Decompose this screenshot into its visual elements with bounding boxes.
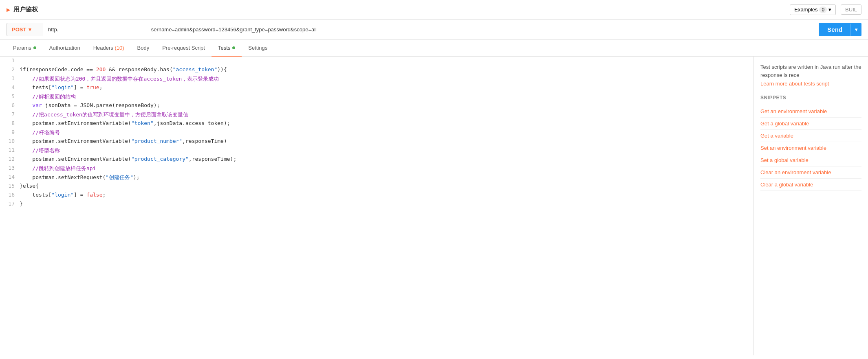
code-line-1: 1 bbox=[0, 57, 753, 66]
tab-headers-label: Headers (10) bbox=[93, 45, 124, 51]
snippet-get-env-var[interactable]: Get an environment variable bbox=[760, 105, 861, 118]
url-input[interactable] bbox=[43, 23, 819, 36]
tab-prerequest[interactable]: Pre-request Script bbox=[156, 40, 211, 57]
snippet-clear-global-var[interactable]: Clear a global variable bbox=[760, 179, 861, 191]
send-button[interactable]: Send ▾ bbox=[819, 23, 861, 36]
main-content: 1 2 if(responseCode.code == 200 && respo… bbox=[0, 57, 868, 355]
play-icon: ▶ bbox=[7, 7, 10, 13]
tabs-bar: Params Authorization Headers (10) Body P… bbox=[0, 40, 868, 57]
tab-authorization[interactable]: Authorization bbox=[43, 40, 87, 57]
chevron-down-icon: ▾ bbox=[828, 7, 831, 13]
code-line-2: 2 if(responseCode.code == 200 && respons… bbox=[0, 66, 753, 74]
snippet-clear-env-var[interactable]: Clear an environment variable bbox=[760, 166, 861, 179]
snippet-get-global-var[interactable]: Get a global variable bbox=[760, 118, 861, 130]
examples-button[interactable]: Examples 0 ▾ bbox=[790, 4, 836, 15]
snippet-get-var[interactable]: Get a variable bbox=[760, 130, 861, 142]
tab-params-label: Params bbox=[13, 45, 31, 51]
top-bar: ▶ 用户鉴权 Examples 0 ▾ BUIL bbox=[0, 0, 868, 20]
tab-headers[interactable]: Headers (10) bbox=[87, 40, 131, 57]
build-button[interactable]: BUIL bbox=[841, 4, 861, 15]
url-bar: POST ▾ Send ▾ bbox=[0, 20, 868, 40]
collection-title: 用户鉴权 bbox=[13, 6, 38, 13]
code-line-7: 7 //把access_token的值写到环境变量中，方便后面拿取该变量值 bbox=[0, 110, 753, 119]
tab-settings[interactable]: Settings bbox=[242, 40, 274, 57]
method-label: POST bbox=[12, 26, 26, 33]
code-line-8: 8 postman.setEnvironmentVariable("token"… bbox=[0, 119, 753, 128]
code-line-4: 4 tests["login"] = true; bbox=[0, 83, 753, 92]
method-select[interactable]: POST ▾ bbox=[7, 23, 43, 36]
code-line-16: 16 tests["login"] = false; bbox=[0, 191, 753, 200]
code-line-3: 3 //如果返回状态为200，并且返回的数据中存在access_token，表示… bbox=[0, 74, 753, 83]
right-panel: Test scripts are written in Java run aft… bbox=[754, 57, 868, 355]
tests-dot bbox=[232, 46, 235, 49]
code-line-6: 6 var jsonData = JSON.parse(responseBody… bbox=[0, 101, 753, 110]
tab-body-label: Body bbox=[137, 45, 150, 51]
code-line-15: 15 }else{ bbox=[0, 182, 753, 191]
params-dot bbox=[33, 46, 36, 49]
learn-more-link[interactable]: Learn more about tests script bbox=[760, 81, 829, 87]
tab-tests-label: Tests bbox=[218, 45, 230, 51]
code-line-9: 9 //杆塔编号 bbox=[0, 128, 753, 137]
tab-settings-label: Settings bbox=[248, 45, 267, 51]
send-arrow-icon[interactable]: ▾ bbox=[850, 24, 861, 36]
snippets-title: SNIPPETS bbox=[760, 95, 861, 101]
tab-authorization-label: Authorization bbox=[49, 45, 80, 51]
code-line-5: 5 //解析返回的结构 bbox=[0, 92, 753, 101]
examples-count: 0 bbox=[819, 7, 827, 13]
send-label: Send bbox=[819, 23, 850, 36]
code-editor[interactable]: 1 2 if(responseCode.code == 200 && respo… bbox=[0, 57, 754, 355]
tab-body[interactable]: Body bbox=[131, 40, 156, 57]
snippet-set-global-var[interactable]: Set a global variable bbox=[760, 154, 861, 166]
top-bar-right: Examples 0 ▾ BUIL bbox=[790, 4, 861, 15]
tab-tests[interactable]: Tests bbox=[211, 40, 242, 57]
code-line-10: 10 postman.setEnvironmentVariable("produ… bbox=[0, 137, 753, 146]
code-line-17: 17 } bbox=[0, 200, 753, 209]
right-panel-description: Test scripts are written in Java run aft… bbox=[760, 63, 861, 79]
snippet-set-env-var[interactable]: Set an environment variable bbox=[760, 142, 861, 154]
code-line-14: 14 postman.setNextRequest("创建任务"); bbox=[0, 173, 753, 182]
top-bar-left: ▶ 用户鉴权 bbox=[7, 6, 38, 13]
tab-prerequest-label: Pre-request Script bbox=[162, 45, 205, 51]
code-line-12: 12 postman.setEnvironmentVariable("produ… bbox=[0, 155, 753, 164]
method-chevron-icon: ▾ bbox=[29, 26, 31, 33]
code-line-11: 11 //塔型名称 bbox=[0, 146, 753, 155]
tab-params[interactable]: Params bbox=[7, 40, 43, 57]
examples-label: Examples bbox=[794, 7, 817, 13]
code-line-13: 13 //跳转到创建放样任务api bbox=[0, 164, 753, 173]
